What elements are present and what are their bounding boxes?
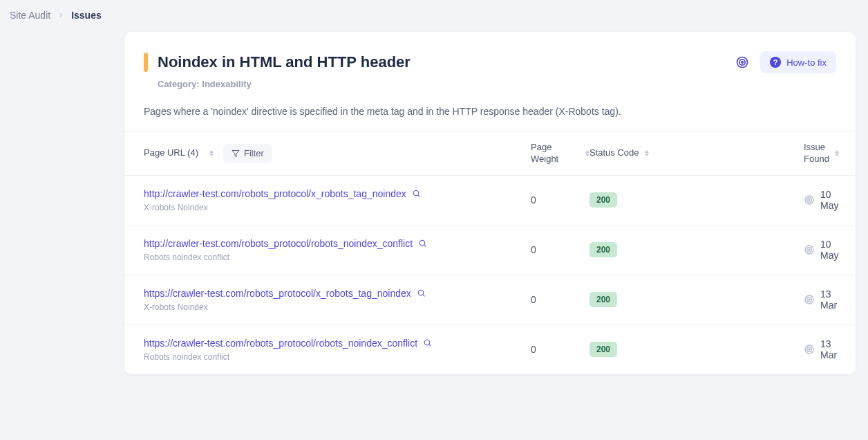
target-icon	[804, 294, 815, 305]
url-cell: http://crawler-test.com/robots_protocol/…	[144, 238, 531, 262]
svg-line-5	[418, 195, 419, 196]
status-cell: 200	[589, 242, 804, 257]
page-url-link[interactable]: http://crawler-test.com/robots_protocol/…	[144, 238, 413, 249]
svg-marker-3	[232, 150, 239, 156]
svg-line-15	[423, 295, 424, 296]
weight-cell: 0	[531, 194, 589, 205]
url-cell: http://crawler-test.com/robots_protocol/…	[144, 188, 531, 212]
target-icon[interactable]	[734, 54, 751, 71]
col-status-label[interactable]: Status Code	[589, 147, 639, 159]
col-found-label[interactable]: Issue Found	[804, 142, 829, 165]
how-to-fix-label: How-to fix	[786, 57, 827, 68]
svg-point-4	[413, 190, 419, 196]
page-url-link[interactable]: http://crawler-test.com/robots_protocol/…	[144, 188, 406, 199]
col-url-label[interactable]: Page URL (4)	[144, 147, 198, 159]
issues-table: Page URL (4) Filter Page Weight Status C…	[124, 131, 856, 374]
sort-icon[interactable]	[645, 150, 649, 156]
filter-button[interactable]: Filter	[223, 144, 272, 163]
filter-icon	[232, 149, 240, 158]
svg-point-8	[809, 199, 810, 201]
page-url-link[interactable]: https://crawler-test.com/robots_protocol…	[144, 338, 417, 349]
breadcrumb-parent[interactable]: Site Audit	[10, 10, 50, 21]
how-to-fix-button[interactable]: ? How-to fix	[760, 51, 836, 73]
url-cell: https://crawler-test.com/robots_protocol…	[144, 288, 531, 312]
weight-cell: 0	[531, 294, 589, 305]
category-label: Category: Indexability	[158, 79, 836, 89]
found-cell: 10 May	[804, 189, 838, 211]
sort-icon[interactable]	[835, 150, 839, 156]
target-icon	[804, 344, 815, 355]
status-cell: 200	[589, 342, 804, 357]
svg-line-20	[429, 345, 431, 346]
status-badge: 200	[589, 292, 617, 307]
sort-icon[interactable]	[209, 150, 214, 156]
svg-point-18	[809, 299, 810, 300]
found-cell: 10 May	[804, 239, 838, 261]
issue-card: Noindex in HTML and HTTP header ? How-to…	[124, 32, 856, 374]
svg-point-23	[809, 349, 810, 350]
chevron-right-icon	[57, 10, 64, 21]
page-title: Noindex in HTML and HTTP header	[158, 53, 411, 71]
svg-point-19	[424, 340, 430, 345]
status-cell: 200	[589, 292, 804, 307]
page-subtitle: X-robots Noindex	[144, 302, 531, 312]
svg-line-10	[424, 245, 426, 246]
page-url-link[interactable]: https://crawler-test.com/robots_protocol…	[144, 288, 411, 299]
breadcrumb-current: Issues	[71, 10, 102, 21]
breadcrumb: Site Audit Issues	[0, 0, 868, 32]
magnify-icon[interactable]	[412, 189, 421, 198]
page-subtitle: X-robots Noindex	[144, 203, 531, 212]
target-icon	[804, 244, 815, 255]
svg-point-14	[418, 290, 424, 295]
magnify-icon[interactable]	[418, 239, 427, 248]
svg-point-2	[742, 62, 744, 64]
weight-cell: 0	[531, 244, 589, 255]
weight-cell: 0	[531, 344, 589, 355]
found-date: 13 Mar	[820, 338, 837, 360]
url-cell: https://crawler-test.com/robots_protocol…	[144, 338, 531, 362]
svg-point-9	[419, 240, 425, 246]
magnify-icon[interactable]	[417, 288, 426, 297]
table-header: Page URL (4) Filter Page Weight Status C…	[124, 132, 856, 176]
target-icon	[804, 194, 815, 205]
table-row: https://crawler-test.com/robots_protocol…	[124, 325, 856, 374]
table-body: http://crawler-test.com/robots_protocol/…	[124, 176, 856, 374]
table-row: http://crawler-test.com/robots_protocol/…	[124, 176, 856, 226]
found-date: 13 Mar	[820, 288, 837, 311]
table-row: https://crawler-test.com/robots_protocol…	[124, 275, 856, 325]
magnify-icon[interactable]	[423, 338, 432, 347]
page-subtitle: Robots noindex conflict	[144, 253, 531, 262]
col-weight-label[interactable]: Page Weight	[531, 142, 580, 165]
svg-point-13	[809, 249, 810, 250]
severity-accent	[144, 53, 148, 72]
question-icon: ?	[770, 57, 781, 68]
filter-label: Filter	[244, 148, 264, 158]
status-cell: 200	[589, 192, 804, 208]
found-cell: 13 Mar	[804, 288, 837, 311]
found-date: 10 May	[820, 189, 838, 211]
status-badge: 200	[589, 192, 617, 208]
found-cell: 13 Mar	[804, 338, 837, 360]
card-header: Noindex in HTML and HTTP header ? How-to…	[124, 32, 856, 131]
table-row: http://crawler-test.com/robots_protocol/…	[124, 226, 856, 275]
status-badge: 200	[589, 342, 617, 357]
status-badge: 200	[589, 242, 617, 257]
issue-description: Pages where a 'noindex' directive is spe…	[144, 104, 836, 119]
found-date: 10 May	[820, 239, 838, 261]
page-subtitle: Robots noindex conflict	[144, 352, 531, 362]
